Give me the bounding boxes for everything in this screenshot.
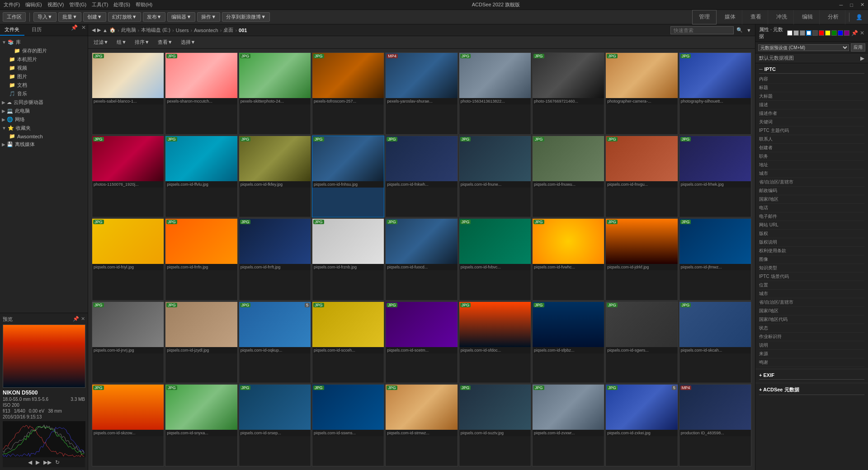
image-thumbnail[interactable]: JPGpexels-sharon-mccutch... (165, 52, 237, 135)
color-red[interactable] (819, 30, 824, 36)
search-icon[interactable]: 🔍 (736, 27, 743, 33)
menu-view[interactable]: 视图(V) (47, 1, 64, 8)
tree-item-favorites[interactable]: ▼ ⭐ 收藏夹 (0, 124, 88, 132)
image-thumbnail[interactable]: JPGpiqsels.com-id-scetm... (385, 301, 458, 384)
color-dark[interactable] (812, 30, 818, 36)
image-thumbnail[interactable]: JPGpiqsels.com-id-sswns... (312, 384, 384, 466)
window-maximize[interactable]: □ (850, 2, 853, 8)
tree-item-docs[interactable]: 📁 文档 (0, 81, 88, 89)
image-thumbnail[interactable]: JPGpiqsels.com-id-snyxa... (165, 384, 237, 466)
exif-title[interactable]: + EXIF (759, 371, 864, 380)
mode-develop[interactable]: 冲洗 (770, 10, 794, 24)
image-thumbnail[interactable]: MP4pexels-yaroslav-shurae... (385, 52, 458, 135)
tree-item-cloud[interactable]: ▶ ☁ 云同步驱动器 (0, 98, 88, 107)
share-btn[interactable]: 分享到新浪微博▼ (222, 12, 270, 22)
meta-preset-select[interactable]: 元数据预设值 (CM+M) (758, 44, 849, 51)
preview-refresh[interactable]: ↻ (55, 459, 60, 465)
iptc-value-input[interactable] (810, 299, 864, 306)
image-thumbnail[interactable]: JPGpiqsels.com-id-jfmwz... (679, 218, 751, 301)
color-gray[interactable] (793, 30, 799, 36)
filter-icon[interactable]: ▼ (746, 28, 751, 33)
image-thumbnail[interactable]: JPGpiqsels.com-id-fnkwh... (385, 136, 458, 218)
nav-forward[interactable]: ▶ (97, 27, 101, 33)
color-green[interactable] (831, 30, 837, 36)
tab-folder[interactable]: 文件夹 (0, 24, 24, 36)
menu-help[interactable]: 帮助(H) (136, 1, 152, 8)
iptc-value-input[interactable] (810, 351, 864, 357)
batch-btn[interactable]: 批量▼ (58, 12, 81, 22)
mode-manage[interactable]: 管理 (692, 10, 717, 24)
iptc-value-input[interactable] (810, 282, 864, 288)
tb2-sort[interactable]: 排序▼ (132, 38, 152, 47)
image-thumbnail[interactable]: JPGpiqsels.com-id-fuocd... (385, 218, 458, 301)
mode-edit[interactable]: 编辑 (796, 10, 820, 24)
user-icon[interactable]: 👤 (853, 14, 865, 20)
iptc-value-input[interactable] (810, 342, 864, 348)
tab-calendar[interactable]: 日历 (24, 24, 49, 36)
workspace-btn[interactable]: 工作区 (3, 12, 26, 22)
iptc-value-input[interactable] (810, 325, 864, 331)
image-thumbnail[interactable]: JPGpiqsels.com-id-fnune... (459, 136, 531, 218)
iptc-value-input[interactable] (810, 102, 864, 108)
image-thumbnail[interactable]: JPGpiqsels.com-id-suztv.jpg (459, 384, 531, 466)
iptc-value-input[interactable] (810, 188, 864, 194)
color-white[interactable] (787, 30, 793, 36)
tree-item-computer[interactable]: ▶ 💻 此电脑 (0, 107, 88, 115)
image-thumbnail[interactable]: MP4production ID_483598... (679, 384, 751, 466)
iptc-value-input[interactable] (810, 119, 864, 125)
iptc-value-input[interactable] (810, 230, 864, 237)
image-thumbnail[interactable]: JPGpiqsels.com-id-frhek.jpg (679, 136, 751, 218)
tree-item-offline-media[interactable]: ▶ 💾 离线媒体 (0, 140, 88, 149)
image-thumbnail[interactable]: JPGpiqsels.com-id-fnuwu... (532, 136, 604, 218)
iptc-value-input[interactable] (810, 334, 864, 340)
image-thumbnail[interactable]: JPG5piqsels.com-id-zxkei.jpg (605, 384, 678, 466)
tree-item-saved-photos[interactable]: ▶ 📁 保存的图片 (0, 47, 88, 55)
nav-up[interactable]: ▲ (103, 28, 108, 33)
breadcrumb-awsontech[interactable]: Awsontech (194, 28, 218, 33)
left-panel-close[interactable]: ✕ (80, 24, 88, 36)
iptc-value-input[interactable] (810, 85, 864, 91)
image-thumbnail[interactable]: JPGpiqsels.com-id-skzow... (92, 384, 164, 466)
tree-item-local-photos[interactable]: 📁 本机照片 (0, 55, 88, 64)
menu-manage[interactable]: 管理(G) (69, 1, 86, 8)
image-thumbnail[interactable]: JPGpiqsels.com-id-stmwz... (385, 384, 458, 466)
right-panel-close[interactable]: ✕ (860, 30, 864, 36)
tb2-filter[interactable]: 过滤▼ (91, 38, 111, 47)
image-thumbnail[interactable]: JPGpiqsels.com-id-jdrkf.jpg (605, 218, 678, 301)
iptc-value-input[interactable] (810, 239, 864, 245)
tree-item-music[interactable]: 🎵 音乐 (0, 89, 88, 98)
action-btn[interactable]: 操作▼ (197, 12, 220, 22)
window-close[interactable]: ✕ (860, 2, 864, 8)
tree-item-pictures[interactable]: 📁 图片 (0, 72, 88, 81)
image-thumbnail[interactable]: JPGpiqsels.com-id-fkfey.jpg (239, 136, 311, 218)
meta-view-expand[interactable]: ▶ (860, 55, 864, 61)
iptc-value-input[interactable] (810, 213, 864, 220)
image-thumbnail[interactable]: JPGpiqsels.com-id-fvbvc... (459, 218, 531, 301)
breadcrumb-001[interactable]: 001 (239, 28, 247, 33)
create-btn[interactable]: 创建▼ (83, 12, 106, 22)
iptc-value-input[interactable] (810, 179, 864, 185)
preview-pin[interactable]: 📌 (73, 316, 79, 323)
menu-edit[interactable]: 编辑(E) (25, 1, 42, 8)
image-thumbnail[interactable]: JPGphoto-1567669721460... (532, 52, 604, 135)
preview-close[interactable]: ✕ (81, 316, 85, 323)
color-blue[interactable] (838, 30, 843, 36)
color-purple[interactable] (844, 30, 849, 36)
window-minimize[interactable]: ─ (840, 2, 843, 8)
image-thumbnail[interactable]: JPGpiqsels.com-id-frznb.jpg (312, 218, 384, 301)
image-thumbnail[interactable]: JPGpiqsels.com-id-zvxwr... (532, 384, 604, 466)
menu-tools[interactable]: 工具(T) (92, 1, 108, 8)
image-thumbnail[interactable]: JPGpiqsels.com-id-sfpbz... (532, 301, 604, 384)
iptc-value-input[interactable] (810, 170, 864, 177)
image-thumbnail[interactable]: JPGphotography-silhouett... (679, 52, 751, 135)
image-thumbnail[interactable]: JPGpiqsels.com-id-srsep... (239, 384, 311, 466)
image-thumbnail[interactable]: JPGpiqsels.com-id-sgwrs... (605, 301, 678, 384)
breadcrumb-users[interactable]: Users (176, 28, 189, 33)
iptc-value-input[interactable] (810, 248, 864, 254)
tree-item-network[interactable]: ▶ 🌐 网络 (0, 115, 88, 124)
slideshow-btn[interactable]: 幻灯放映▼ (108, 12, 141, 22)
acdsee-meta-title[interactable]: + ACDSee 元数据 (759, 385, 864, 395)
image-thumbnail[interactable]: JPGphotos-1150076_1920j... (92, 136, 164, 218)
tree-item-videos[interactable]: 📁 视频 (0, 64, 88, 72)
iptc-value-input[interactable] (810, 205, 864, 211)
